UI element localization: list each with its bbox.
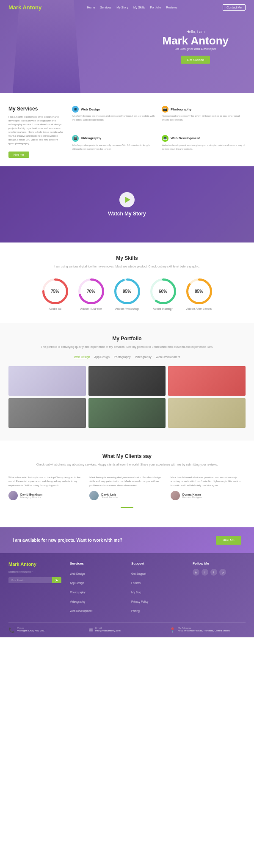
footer-bottom-item: ✉ Email info@markantony.com — [89, 627, 165, 633]
nav-services[interactable]: Services — [100, 6, 111, 9]
skill-item: 95% Adobe Photoshop — [113, 278, 141, 310]
social-icon-pt[interactable]: p — [219, 569, 226, 576]
portfolio-tab[interactable]: App Design — [94, 355, 110, 359]
testimonial-item: What a fantastic! Antony is one of the t… — [8, 476, 83, 501]
portfolio-item-3[interactable] — [168, 366, 246, 396]
services-section: My Services I am a highly experienced We… — [0, 93, 254, 166]
testimonial-avatar — [8, 491, 18, 500]
testimonial-author: Donna Karan Fashion Designer — [171, 491, 246, 500]
nav-my-skills[interactable]: My Skills — [133, 6, 145, 9]
footer-services-col: ServicesWeb DesignApp DesignPhotographyV… — [70, 562, 123, 615]
footer-services-link: Web Design — [70, 569, 123, 576]
footer-contact-value: Manager: (200) 451 2867 — [17, 629, 46, 632]
cta-hire-button[interactable]: Hire Me — [216, 536, 241, 545]
skill-item: 60% Adobe Indesign — [149, 278, 177, 310]
skill-label: Adobe Illustrator — [80, 307, 102, 310]
video-play-button[interactable] — [119, 192, 135, 207]
skill-percent: 95% — [113, 278, 141, 305]
footer-newsletter: ➤ — [8, 577, 61, 583]
skills-row: 75% Adobe xd 70% Adobe Illustrator 95% A… — [8, 278, 246, 310]
skills-title: My Skills — [8, 255, 246, 261]
footer-bottom-text: Phone Manager: (200) 451 2867 — [17, 627, 46, 632]
nav-home[interactable]: Home — [87, 6, 95, 9]
social-icon-in[interactable]: in — [193, 569, 199, 576]
footer-services-link: Web Development — [70, 606, 123, 614]
portfolio-tab[interactable]: Videography — [135, 355, 152, 359]
footer-bottom: 📞 Phone Manager: (200) 451 2867 ✉ Email … — [8, 622, 246, 633]
testimonials-divider — [121, 507, 133, 508]
footer-bottom-icon: 📍 — [169, 627, 176, 633]
footer-contact-value: 4821 Woolhider Road, Portland, United St… — [178, 629, 230, 632]
portfolio-item-4[interactable] — [8, 398, 86, 428]
portfolio-tab[interactable]: Web Design — [74, 355, 90, 359]
footer-bottom-item: 📍 My Address 4821 Woolhider Road, Portla… — [169, 627, 246, 633]
testimonial-text: Mark has delivered what was promised and… — [171, 476, 246, 488]
hire-button[interactable]: Hire me — [8, 152, 29, 158]
newsletter-input[interactable] — [8, 577, 52, 583]
portfolio-item-1[interactable] — [8, 366, 86, 396]
testimonial-author: David Beckham Managing Director — [8, 491, 83, 500]
service-item: 🎬 Videography All of my video projects a… — [72, 135, 156, 158]
footer-support-title: Support — [131, 562, 184, 565]
footer-brand-col: Mark Antony Subscribe Newsletter ➤ — [8, 562, 61, 615]
footer-services-link: App Design — [70, 578, 123, 586]
testimonial-name: Donna Karan — [182, 493, 202, 496]
skill-item: 70% Adobe Illustrator — [77, 278, 105, 310]
portfolio-tab[interactable]: Photography — [114, 355, 131, 359]
skill-percent: 85% — [185, 278, 213, 305]
skill-circle-chart: 70% — [77, 278, 105, 305]
footer-support-link: Pricing — [131, 606, 184, 614]
cta-text: I am available for new projects. Want to… — [13, 538, 122, 543]
nav-my-story[interactable]: My Story — [116, 6, 128, 9]
portfolio-item-6[interactable] — [168, 398, 246, 428]
footer-tagline: Subscribe Newsletter — [8, 570, 61, 574]
social-icon-fb[interactable]: f — [202, 569, 208, 576]
service-item-desc: Website development service gives you a … — [162, 143, 246, 151]
skill-item: 85% Adobe After Effects — [185, 278, 213, 310]
nav-reviews[interactable]: Reviews — [166, 6, 177, 9]
contact-button[interactable]: Contact Me — [223, 4, 246, 11]
footer-services-link: Videography — [70, 597, 123, 604]
portfolio-item-2[interactable] — [88, 366, 166, 396]
testimonials-subtitle: Check out what clients say about my serv… — [8, 463, 246, 467]
hero-content: Hello, I am Mark Antony Ux Designer and … — [163, 30, 229, 64]
nav-links: Home Services My Story My Skills Portfol… — [87, 6, 177, 9]
footer-follow-col: Follow Meinftp — [193, 562, 246, 615]
testimonial-item: Mark Antony is amazing designer to work … — [89, 476, 164, 501]
play-icon — [125, 197, 130, 203]
nav-portfolio[interactable]: Portfolio — [150, 6, 161, 9]
portfolio-grid — [8, 366, 246, 428]
service-icon: 📷 — [162, 106, 168, 113]
testimonial-name: David Luiz — [101, 493, 118, 496]
testimonial-name: David Beckham — [20, 493, 42, 496]
service-item-title: Videography — [81, 136, 101, 140]
hero-subtitle: Ux Designer and Developer — [163, 47, 229, 50]
testimonials-row: What a fantastic! Antony is one of the t… — [8, 476, 246, 501]
footer-bottom-text: My Address 4821 Woolhider Road, Portland… — [178, 627, 230, 632]
portfolio-tab[interactable]: Web Development — [156, 355, 180, 359]
portfolio-item-5[interactable] — [88, 398, 166, 428]
footer-services-link: Photography — [70, 587, 123, 595]
hero-cta-button[interactable]: Get Started — [181, 55, 210, 63]
portfolio-subtitle: The portfolio is conveying quality and e… — [8, 345, 246, 350]
testimonial-role: Fashion Designer — [182, 496, 202, 499]
testimonials-title: What My Clients say — [8, 453, 246, 459]
hero-name: Mark Antony — [163, 35, 229, 47]
testimonial-avatar — [89, 491, 99, 500]
services-title: My Services — [8, 106, 64, 112]
service-item-title: Web Development — [171, 136, 200, 140]
footer-support-link: Get Support — [131, 569, 184, 576]
newsletter-submit[interactable]: ➤ — [52, 577, 61, 583]
footer-bottom-text: Email info@markantony.com — [95, 627, 121, 632]
footer-support-link: My Blog — [131, 587, 184, 595]
cta-section: I am available for new projects. Want to… — [0, 527, 254, 553]
service-item-desc: All of my designs are modern and complet… — [72, 114, 156, 122]
social-icon-tw[interactable]: t — [210, 569, 217, 576]
footer-support-col: SupportGet SupportForumsMy BlogPrivacy P… — [131, 562, 184, 615]
footer-logo: Mark Antony — [8, 562, 61, 567]
service-item: 💻 Web Development Website development se… — [162, 135, 246, 158]
navbar: Mark Antony Home Services My Story My Sk… — [0, 0, 254, 15]
video-label: Watch My Story — [108, 211, 146, 217]
nav-logo: Mark Antony — [8, 4, 41, 11]
skill-item: 75% Adobe xd — [41, 278, 69, 310]
